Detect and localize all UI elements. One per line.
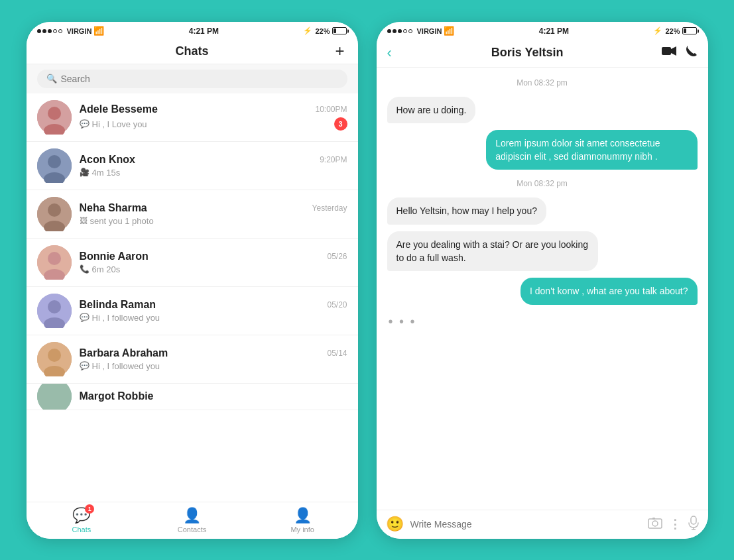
timestamp: Mon 08:32 pm	[387, 78, 698, 87]
message-input-bar: 🙂 ⋮	[377, 510, 708, 539]
mic-button[interactable]	[688, 516, 699, 533]
chat-name: Belinda Raman	[80, 299, 156, 311]
wifi-icon: 📶	[444, 26, 454, 36]
message-row: Lorem ipsum dolor sit amet consectetue a…	[387, 130, 698, 170]
chat-name: Adele Besseme	[80, 103, 158, 115]
chat-info: Acon Knox 9:20PM 🎥 4m 15s	[80, 154, 347, 178]
chat-item[interactable]: Acon Knox 9:20PM 🎥 4m 15s	[27, 142, 358, 190]
svg-rect-19	[662, 47, 671, 55]
preview-icon: 🖼	[80, 216, 88, 225]
chat-preview: 💬 Hi , I Love you	[80, 119, 147, 129]
contacts-tab-icon: 👤	[183, 507, 201, 524]
chats-header: Chats +	[27, 38, 358, 64]
avatar-svg	[37, 100, 72, 135]
chat-item[interactable]: Adele Besseme 10:00PM 💬 Hi , I Love you …	[27, 93, 358, 142]
message-row: How are u doing.	[387, 97, 698, 123]
chat-name: Bonnie Aaron	[80, 251, 149, 262]
chat-item[interactable]: Neha Sharma Yesterday 🖼 sent you 1 photo	[27, 190, 358, 239]
search-input[interactable]	[61, 74, 338, 84]
chat-item[interactable]: Barbara Abraham 05/14 💬 Hi , I followed …	[27, 335, 358, 384]
chat-preview: 🎥 4m 15s	[80, 168, 121, 178]
left-phone: VIRGIN 📶 4:21 PM ⚡ 22% Chats + 🔍	[27, 22, 358, 539]
chat-preview: 📞 6m 20s	[80, 264, 121, 274]
chat-item[interactable]: Belinda Raman 05/20 💬 Hi , I followed yo…	[27, 287, 358, 335]
myinfo-tab-label: My info	[290, 526, 314, 533]
chat-list: Adele Besseme 10:00PM 💬 Hi , I Love you …	[27, 93, 358, 502]
avatar	[37, 294, 72, 328]
typing-indicator: • • •	[387, 311, 698, 329]
wifi-icon: 📶	[93, 26, 104, 36]
svg-rect-23	[652, 518, 655, 520]
chat-name: Barbara Abraham	[80, 347, 168, 359]
message-bubble: How are u doing.	[387, 97, 476, 123]
chat-info: Barbara Abraham 05/14 💬 Hi , I followed …	[80, 347, 347, 371]
message-row: I don't konw , what are you talk about?	[387, 278, 698, 304]
chat-item[interactable]: Bonnie Aaron 05/26 📞 6m 20s	[27, 239, 358, 287]
avatar	[37, 148, 72, 183]
carrier-label: VIRGIN	[67, 27, 92, 35]
preview-icon: 🎥	[80, 168, 90, 177]
signal-dots	[37, 29, 62, 33]
message-input[interactable]	[410, 519, 641, 530]
chat-preview: 💬 Hi , I followed you	[80, 361, 160, 371]
preview-text: sent you 1 photo	[90, 216, 154, 226]
carrier-label: VIRGIN	[417, 27, 442, 35]
battery-percent: 22%	[315, 27, 330, 35]
add-chat-button[interactable]: +	[335, 43, 344, 59]
svg-point-10	[48, 252, 61, 265]
phone-call-icon[interactable]	[686, 45, 698, 60]
camera-button[interactable]	[648, 517, 662, 532]
chats-tab-label: Chats	[72, 526, 91, 533]
video-call-icon[interactable]	[662, 46, 676, 60]
preview-text: Hi , I followed you	[92, 361, 160, 371]
svg-point-16	[48, 349, 61, 362]
avatar	[37, 384, 72, 410]
tab-bar: 💬 1 Chats 👤 Contacts 👤 My info	[27, 502, 358, 539]
time-label: 4:21 PM	[539, 27, 569, 36]
status-left: VIRGIN 📶	[387, 26, 455, 36]
chat-info: Bonnie Aaron 05/26 📞 6m 20s	[80, 251, 347, 274]
svg-point-22	[652, 521, 658, 526]
status-bar-left: VIRGIN 📶 4:21 PM ⚡ 22%	[27, 22, 358, 38]
bluetooth-icon: ⚡	[653, 27, 662, 35]
chats-title: Chats	[175, 44, 208, 58]
message-bubble: Lorem ipsum dolor sit amet consectetue a…	[486, 130, 697, 170]
search-wrapper[interactable]: 🔍	[37, 70, 347, 88]
preview-icon: 📞	[80, 264, 90, 274]
chat-time: 05/14	[327, 349, 347, 358]
preview-text: Hi , I Love you	[92, 119, 147, 129]
chat-info: Margot Robbie	[80, 390, 347, 402]
myinfo-tab-icon: 👤	[294, 507, 312, 524]
message-row: Are you dealing with a stai? Or are you …	[387, 231, 698, 272]
battery-percent: 22%	[665, 27, 680, 35]
svg-rect-21	[648, 519, 662, 528]
messages-area: Mon 08:32 pm How are u doing. Lorem ipsu…	[377, 68, 708, 510]
chat-preview: 🖼 sent you 1 photo	[80, 216, 154, 226]
chat-item[interactable]: Margot Robbie	[27, 384, 358, 410]
message-bubble: I don't konw , what are you talk about?	[520, 278, 698, 304]
bluetooth-icon: ⚡	[303, 27, 312, 35]
more-button[interactable]: ⋮	[669, 517, 682, 532]
tab-contacts[interactable]: 👤 Contacts	[137, 502, 247, 539]
battery-icon	[332, 27, 347, 34]
chat-time: 05/20	[327, 300, 347, 309]
chat-name: Neha Sharma	[80, 202, 147, 214]
contacts-tab-label: Contacts	[178, 526, 206, 533]
chat-time: 05/26	[327, 252, 347, 261]
tab-chats[interactable]: 💬 1 Chats	[27, 502, 137, 539]
svg-point-13	[48, 300, 61, 313]
preview-text: 4m 15s	[92, 168, 121, 178]
tab-myinfo[interactable]: 👤 My info	[247, 502, 358, 539]
timestamp: Mon 08:32 pm	[387, 179, 698, 188]
preview-text: Hi , I followed you	[92, 313, 160, 323]
back-button[interactable]: ‹	[387, 44, 392, 62]
search-icon: 🔍	[46, 74, 57, 84]
chat-name: Margot Robbie	[80, 390, 154, 402]
preview-icon: 💬	[80, 313, 90, 322]
chat-info: Adele Besseme 10:00PM 💬 Hi , I Love you …	[80, 103, 347, 131]
message-row: Hello Yeltsin, how may I help you?	[387, 197, 698, 224]
chat-info: Neha Sharma Yesterday 🖼 sent you 1 photo	[80, 202, 347, 226]
chat-time: 10:00PM	[315, 105, 347, 114]
emoji-button[interactable]: 🙂	[386, 516, 404, 533]
chat-info: Belinda Raman 05/20 💬 Hi , I followed yo…	[80, 299, 347, 323]
